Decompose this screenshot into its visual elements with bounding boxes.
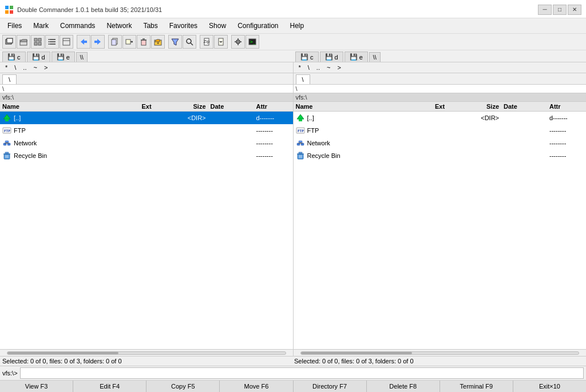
- right-nav-tilde[interactable]: ~: [324, 63, 333, 72]
- svg-rect-60: [5, 152, 9, 153]
- left-row-ftp[interactable]: FTP FTP --------: [0, 124, 293, 137]
- svg-rect-1: [10, 6, 13, 9]
- tb-compress[interactable]: Zip: [200, 35, 213, 49]
- fkey-delete[interactable]: Delete F8: [367, 381, 440, 392]
- close-button[interactable]: ✕: [568, 5, 581, 15]
- right-drive-e[interactable]: 💾 e: [345, 52, 368, 62]
- menu-item-help[interactable]: Help: [285, 19, 310, 32]
- fkey-terminal[interactable]: Terminal F9: [440, 381, 513, 392]
- tb-open[interactable]: [17, 35, 30, 49]
- svg-line-35: [191, 43, 193, 45]
- tb-filter[interactable]: [168, 35, 182, 49]
- menu-item-tabs[interactable]: Tabs: [138, 19, 163, 32]
- tb-terminal[interactable]: >_: [246, 35, 259, 49]
- tb-move[interactable]: [122, 35, 136, 49]
- drive-c-label: c: [17, 54, 21, 61]
- menu-item-show[interactable]: Show: [204, 19, 231, 32]
- tb-extract[interactable]: [214, 35, 228, 49]
- left-drive-e[interactable]: 💾 e: [52, 52, 75, 62]
- right-row-network[interactable]: Network --------: [294, 137, 587, 149]
- left-scroll-track[interactable]: [7, 351, 286, 355]
- right-row-ftp[interactable]: FTP FTP --------: [294, 124, 587, 137]
- tb-view[interactable]: [60, 35, 73, 49]
- right-nav-star[interactable]: *: [296, 63, 304, 72]
- fkey-move-label: Move F6: [244, 383, 269, 390]
- fkey-copy[interactable]: Copy F5: [146, 381, 220, 392]
- maximize-button[interactable]: □: [553, 5, 567, 15]
- tb-grid[interactable]: [31, 35, 45, 49]
- left-nav-tilde[interactable]: ~: [30, 63, 39, 72]
- right-drive-d[interactable]: 💾 d: [320, 52, 343, 62]
- menu-item-network[interactable]: Network: [101, 19, 137, 32]
- fkey-edit[interactable]: Edit F4: [73, 381, 146, 392]
- left-scroll-thumb[interactable]: [7, 352, 118, 354]
- drive-tabs-row: 💾 c 💾 d 💾 e \\ 💾 c 💾 d 💾 e \\: [0, 50, 586, 62]
- menu-item-commands[interactable]: Commands: [55, 19, 100, 32]
- fkey-move[interactable]: Move F6: [220, 381, 293, 392]
- left-tab-root[interactable]: \: [2, 74, 17, 84]
- left-col-size[interactable]: Size: [171, 103, 211, 110]
- left-drive-c[interactable]: 💾 c: [2, 52, 26, 62]
- right-scroll-thumb[interactable]: [301, 352, 412, 354]
- title-bar: Double Commander 1.0.1 beta build 35; 20…: [0, 0, 586, 18]
- left-col-name[interactable]: Name: [2, 103, 142, 110]
- menu-item-mark[interactable]: Mark: [28, 19, 54, 32]
- right-col-size[interactable]: Size: [464, 103, 504, 110]
- fkey-exit[interactable]: Exit×10: [513, 381, 586, 392]
- left-row-network[interactable]: Network --------: [0, 137, 293, 149]
- tb-search[interactable]: [183, 35, 196, 49]
- right-scroll-track[interactable]: [300, 351, 580, 355]
- tb-copy[interactable]: [108, 35, 122, 49]
- right-nav-backslash[interactable]: \: [305, 63, 312, 72]
- right-row-parent[interactable]: [..] <DIR> d-------: [294, 112, 587, 124]
- tb-new-window[interactable]: [2, 35, 16, 49]
- left-row-recycle[interactable]: Recycle Bin --------: [0, 149, 293, 162]
- left-drive-special[interactable]: \\: [76, 52, 88, 62]
- fkey-directory[interactable]: Directory F7: [294, 381, 367, 392]
- svg-point-34: [187, 39, 191, 43]
- left-col-attr[interactable]: Attr: [256, 103, 291, 110]
- left-drive-d[interactable]: 💾 d: [27, 52, 50, 62]
- tb-settings[interactable]: [231, 35, 245, 49]
- left-scrollbar-h[interactable]: [0, 349, 293, 356]
- minimize-button[interactable]: ─: [538, 5, 552, 15]
- menu-item-favorites[interactable]: Favorites: [164, 19, 203, 32]
- right-drive-special[interactable]: \\: [369, 52, 381, 62]
- left-row-parent[interactable]: [..] <DIR> d-------: [0, 112, 293, 124]
- right-drive-c[interactable]: 💾 c: [295, 52, 319, 62]
- svg-text:Zip: Zip: [203, 39, 210, 44]
- right-col-ext[interactable]: Ext: [435, 103, 464, 110]
- right-tab-root[interactable]: \: [296, 74, 310, 84]
- cmd-label: vfs:\>: [2, 370, 18, 377]
- tb-delete[interactable]: [137, 35, 151, 49]
- status-bar: Selected: 0 of 0, files: 0 of 3, folders…: [0, 356, 586, 366]
- right-col-name[interactable]: Name: [296, 103, 435, 110]
- right-col-attr[interactable]: Attr: [549, 103, 584, 110]
- left-col-date[interactable]: Date: [211, 103, 256, 110]
- menu-item-files[interactable]: Files: [2, 19, 27, 32]
- menu-item-configuration[interactable]: Configuration: [232, 19, 283, 32]
- tb-forward[interactable]: [91, 35, 105, 49]
- svg-point-17: [49, 43, 50, 45]
- left-nav-star[interactable]: *: [2, 63, 10, 72]
- cmd-input[interactable]: [20, 367, 584, 379]
- left-nav-dotdot[interactable]: ..: [20, 63, 29, 72]
- tb-newfolder[interactable]: +: [151, 35, 165, 49]
- right-network-icon: [296, 138, 305, 148]
- tb-back[interactable]: [77, 35, 90, 49]
- right-col-date[interactable]: Date: [504, 103, 549, 110]
- left-nav-gt[interactable]: >: [41, 63, 50, 72]
- right-ftp-attr: --------: [549, 127, 584, 134]
- left-panel-header: * \ .. ~ >: [0, 62, 293, 73]
- svg-point-41: [237, 41, 239, 43]
- tb-list[interactable]: [45, 35, 59, 49]
- fkey-view[interactable]: View F3: [0, 381, 73, 392]
- right-row-recycle[interactable]: Recycle Bin --------: [294, 149, 587, 162]
- right-path-text: \: [296, 85, 298, 92]
- right-scrollbar-h[interactable]: [294, 349, 587, 356]
- left-nav-backslash[interactable]: \: [11, 63, 19, 72]
- right-nav-dotdot[interactable]: ..: [314, 63, 323, 72]
- left-vfs-text: vfs:\: [2, 94, 14, 101]
- right-nav-gt[interactable]: >: [334, 63, 343, 72]
- left-col-ext[interactable]: Ext: [142, 103, 171, 110]
